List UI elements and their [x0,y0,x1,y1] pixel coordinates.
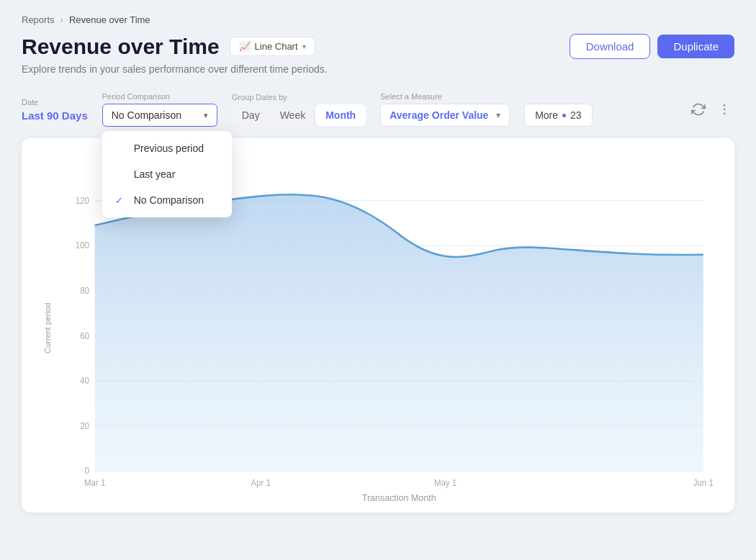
more-options-button[interactable] [714,99,734,119]
svg-text:100: 100 [76,240,90,251]
page-header: Revenue over Time 📈 Line Chart ▾ Downloa… [22,34,734,59]
dropdown-item-label: Last year [134,168,176,180]
more-label: More [535,109,558,121]
more-count: 23 [570,109,582,121]
check-icon: ✓ [115,195,127,206]
date-filter-value[interactable]: Last 90 Days [22,109,88,122]
title-group: Revenue over Time 📈 Line Chart ▾ [22,35,315,59]
svg-text:60: 60 [80,330,89,341]
svg-point-0 [724,104,726,107]
refresh-button[interactable] [688,99,708,119]
svg-text:80: 80 [80,286,89,297]
svg-text:20: 20 [80,420,89,431]
more-button[interactable]: More 23 [524,104,592,127]
svg-text:Jun 1: Jun 1 [693,478,714,489]
chart-type-button[interactable]: 📈 Line Chart ▾ [230,37,315,56]
page-title: Revenue over Time [22,35,220,59]
measure-select[interactable]: Average Order Value ▾ [380,104,510,127]
group-btn-day[interactable]: Day [232,104,270,126]
more-group: More 23 [524,92,592,127]
svg-point-2 [724,113,726,115]
filters-row: Date Last 90 Days Period Comparison No C… [22,92,734,127]
dropdown-item-label: No Comparison [134,194,204,206]
svg-text:120: 120 [76,195,90,206]
dropdown-item-label: Previous period [134,143,204,154]
svg-point-1 [724,109,726,111]
group-btn-week[interactable]: Week [270,104,316,126]
toolbar-icons [688,99,734,119]
chevron-down-icon: ▾ [302,42,306,50]
period-comparison-select[interactable]: No Comparison ▾ [102,104,217,127]
more-dot [562,114,566,117]
svg-text:0: 0 [85,466,90,477]
more-label-empty [524,92,592,101]
chart-type-label: Line Chart [255,41,298,52]
group-btn-month[interactable]: Month [315,104,366,126]
header-actions: Download Duplicate [570,34,734,59]
period-comparison-label: Period Comparison [102,92,217,101]
period-comparison-value: No Comparison [112,109,181,121]
dropdown-item-previous-period[interactable]: Previous period [102,135,232,161]
svg-text:Apr 1: Apr 1 [251,478,271,489]
chart-area [95,194,703,471]
svg-text:May 1: May 1 [434,478,457,489]
date-filter-group: Date Last 90 Days [22,98,88,122]
group-dates-label: Group Dates by [232,93,366,101]
refresh-icon [691,102,706,117]
svg-text:40: 40 [80,376,89,387]
chart-line-icon: 📈 [239,41,251,52]
y-axis-label: Current period [39,155,53,501]
breadcrumb: Reports › Revenue over Time [22,14,734,25]
chevron-down-icon: ▾ [204,111,208,120]
svg-text:Mar 1: Mar 1 [84,478,106,489]
measure-value: Average Order Value [390,109,488,121]
period-comparison-dropdown: Previous period Last year ✓ No Compariso… [102,131,232,217]
svg-text:Transaction Month: Transaction Month [362,492,436,501]
chevron-down-icon: ▾ [496,111,500,120]
page-subtitle: Explore trends in your sales performance… [22,63,734,75]
breadcrumb-parent[interactable]: Reports [22,14,55,25]
dropdown-item-no-comparison[interactable]: ✓ No Comparison [102,187,232,213]
download-button[interactable]: Download [570,34,651,59]
kebab-menu-icon [717,102,732,117]
group-dates-buttons: Day Week Month [232,104,366,126]
duplicate-button[interactable]: Duplicate [657,35,734,58]
dropdown-item-last-year[interactable]: Last year [102,161,232,187]
measure-group: Select a Measure Average Order Value ▾ [380,92,510,127]
date-filter-label: Date [22,98,88,107]
breadcrumb-current: Revenue over Time [69,14,150,25]
period-comparison-group: Period Comparison No Comparison ▾ Previo… [102,92,217,127]
group-dates-group: Group Dates by Day Week Month [232,93,366,126]
measure-label: Select a Measure [380,92,510,101]
breadcrumb-separator: › [60,14,63,25]
